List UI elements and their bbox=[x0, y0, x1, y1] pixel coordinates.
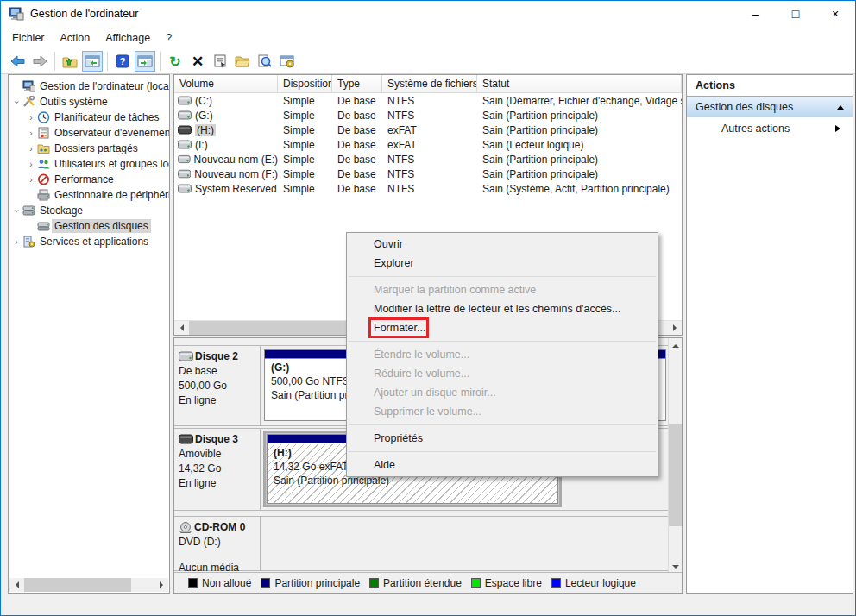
disk-management-icon bbox=[37, 220, 52, 232]
scroll-up-arrow[interactable] bbox=[669, 338, 683, 352]
menu-item-explorer[interactable]: Explorer bbox=[347, 254, 658, 273]
chevron-collapsed-icon[interactable]: › bbox=[25, 129, 37, 138]
legend-swatch-partition-principale bbox=[261, 578, 270, 588]
maximize-button[interactable]: □ bbox=[776, 1, 815, 27]
menu-item-proprietes[interactable]: Propriétés bbox=[347, 429, 658, 448]
scroll-left-arrow[interactable] bbox=[174, 321, 188, 335]
toggle-action-pane-icon[interactable] bbox=[135, 51, 155, 72]
scroll-right-arrow[interactable] bbox=[668, 321, 682, 335]
search-icon[interactable] bbox=[255, 51, 275, 72]
forward-icon[interactable] bbox=[29, 51, 50, 72]
open-folder-icon[interactable] bbox=[232, 51, 253, 72]
refresh-icon[interactable]: ↻ bbox=[165, 51, 186, 72]
disk-row-cdrom-0: CD-ROM 0 DVD (D:) Aucun média bbox=[174, 516, 668, 571]
volume-icon bbox=[178, 169, 191, 179]
column-header-statut[interactable]: Statut bbox=[477, 75, 682, 92]
menu-item-modifier-lettre[interactable]: Modifier la lettre de lecteur et les che… bbox=[347, 299, 658, 318]
delete-icon[interactable]: ✕ bbox=[187, 51, 208, 72]
properties-icon[interactable] bbox=[210, 51, 230, 72]
volume-row-c[interactable]: (C:) Simple De base NTFS Sain (Démarrer,… bbox=[174, 93, 682, 108]
tree-item-gestionnaire-peripheriques[interactable]: Gestionnaire de périphériques bbox=[9, 187, 169, 203]
disk-vertical-scrollbar[interactable] bbox=[668, 338, 682, 574]
tree-item-dossiers-partages[interactable]: › Dossiers partagés bbox=[9, 141, 169, 156]
tree-item-computer-management[interactable]: Gestion de l'ordinateur (local) bbox=[9, 79, 169, 94]
legend-swatch-espace-libre bbox=[471, 578, 481, 588]
chevron-collapsed-icon[interactable]: › bbox=[10, 237, 22, 247]
chevron-expanded-icon[interactable]: › bbox=[12, 96, 22, 108]
disk-label-cdrom-0[interactable]: CD-ROM 0 DVD (D:) Aucun média bbox=[174, 517, 261, 570]
column-header-disposition[interactable]: Disposition bbox=[278, 75, 332, 92]
menu-item-reduire-volume: Réduire le volume... bbox=[347, 364, 658, 383]
submenu-arrow-icon bbox=[835, 125, 844, 132]
tree-horizontal-scrollbar[interactable] bbox=[9, 578, 168, 592]
tree-item-services-applications[interactable]: › Services et applications bbox=[9, 234, 169, 249]
toolbar-separator bbox=[107, 52, 108, 71]
tree-item-gestion-des-disques[interactable]: Gestion des disques bbox=[9, 218, 169, 234]
up-level-folder-icon[interactable] bbox=[60, 51, 80, 72]
collapse-arrow-icon[interactable] bbox=[837, 102, 844, 110]
menu-fichier[interactable]: Fichier bbox=[4, 28, 53, 47]
help-icon[interactable]: ? bbox=[112, 51, 133, 72]
chevron-collapsed-icon[interactable]: › bbox=[25, 144, 37, 154]
actions-item-autres-actions[interactable]: Autres actions bbox=[687, 117, 853, 140]
chevron-collapsed-icon[interactable]: › bbox=[25, 175, 37, 185]
column-header-type[interactable]: Type bbox=[332, 75, 382, 92]
volume-row-g[interactable]: (G:) Simple De base NTFS Sain (Partition… bbox=[174, 108, 682, 123]
volume-icon bbox=[178, 96, 192, 105]
scroll-thumb[interactable] bbox=[669, 424, 682, 526]
menu-item-formater[interactable]: Formater... bbox=[347, 318, 658, 337]
tree-item-utilisateurs[interactable]: › Utilisateurs et groupes locaux bbox=[9, 156, 169, 172]
tree-item-stockage[interactable]: › Stockage bbox=[9, 203, 169, 218]
menu-item-marquer-active: Marquer la partition comme active bbox=[347, 280, 658, 299]
tree-item-observateur[interactable]: › Observateur d'événements bbox=[9, 125, 169, 141]
legend-item-partition-principale: Partition principale bbox=[261, 577, 360, 589]
shared-folders-icon bbox=[37, 142, 52, 154]
performance-icon bbox=[37, 173, 52, 185]
legend-swatch-non-alloue bbox=[188, 578, 198, 588]
close-button[interactable]: × bbox=[815, 1, 855, 27]
toggle-console-tree-icon[interactable] bbox=[82, 51, 103, 72]
menu-item-aide[interactable]: Aide bbox=[347, 456, 658, 475]
volume-row-system-reserved[interactable]: System Reserved Simple De base NTFS Sain… bbox=[174, 181, 682, 196]
menu-action[interactable]: Action bbox=[53, 28, 98, 47]
back-icon[interactable] bbox=[7, 51, 28, 72]
volume-row-h-selected[interactable]: (H:) Simple De base exFAT Sain (Partitio… bbox=[174, 123, 682, 137]
chevron-expanded-icon[interactable]: › bbox=[12, 204, 22, 217]
chevron-collapsed-icon[interactable]: › bbox=[25, 113, 37, 123]
menu-affichage[interactable]: Affichage bbox=[98, 28, 158, 47]
console-options-icon[interactable] bbox=[277, 51, 298, 72]
volume-row-i[interactable]: (I:) Simple De base exFAT Sain (Lecteur … bbox=[174, 137, 682, 152]
scroll-left-arrow[interactable] bbox=[9, 578, 23, 592]
tree-item-performance[interactable]: › Performance bbox=[9, 172, 169, 187]
menu-item-supprimer-volume: Supprimer le volume... bbox=[347, 402, 658, 421]
minimize-button[interactable]: – bbox=[736, 1, 776, 27]
svg-text:?: ? bbox=[120, 56, 126, 66]
actions-section-gestion-des-disques[interactable]: Gestion des disques bbox=[687, 97, 853, 117]
chevron-collapsed-icon[interactable]: › bbox=[25, 160, 37, 169]
column-header-volume[interactable]: Volume bbox=[174, 75, 278, 92]
scroll-thumb[interactable] bbox=[24, 578, 131, 592]
column-header-fs[interactable]: Système de fichiers bbox=[382, 75, 477, 92]
disk-label-disque-3[interactable]: Disque 3 Amovible 14,32 Go En ligne bbox=[174, 429, 261, 510]
disk-label-disque-2[interactable]: Disque 2 De base 500,00 Go En ligne bbox=[174, 346, 261, 425]
menu-item-ouvrir[interactable]: Ouvrir bbox=[347, 235, 658, 254]
event-viewer-icon bbox=[37, 127, 52, 139]
partition-type-legend: Non alloué Partition principale Partitio… bbox=[174, 572, 682, 593]
app-icon bbox=[9, 7, 24, 21]
local-users-icon bbox=[37, 158, 52, 170]
status-bar bbox=[1, 595, 855, 616]
scroll-right-arrow[interactable] bbox=[154, 578, 168, 592]
menu-help[interactable]: ? bbox=[158, 28, 179, 47]
volume-row-e[interactable]: Nouveau nom (E:) Simple De base NTFS Sai… bbox=[174, 152, 682, 167]
tree-item-planificateur[interactable]: › Planificateur de tâches bbox=[9, 110, 169, 125]
volume-row-f[interactable]: Nouveau nom (F:) Simple De base NTFS Sai… bbox=[174, 167, 682, 181]
volume-icon bbox=[178, 140, 192, 149]
console-tree-pane: Gestion de l'ordinateur (local) › Outils… bbox=[8, 74, 170, 594]
menu-separator bbox=[349, 341, 656, 342]
volume-icon bbox=[178, 154, 191, 164]
computer-management-window: Gestion de l'ordinateur – □ × Fichier Ac… bbox=[0, 0, 856, 616]
legend-swatch-partition-etendue bbox=[369, 578, 379, 588]
volume-icon bbox=[178, 110, 192, 120]
toolbar-separator bbox=[54, 52, 55, 71]
tree-item-outils-systeme[interactable]: › Outils système bbox=[9, 94, 169, 110]
